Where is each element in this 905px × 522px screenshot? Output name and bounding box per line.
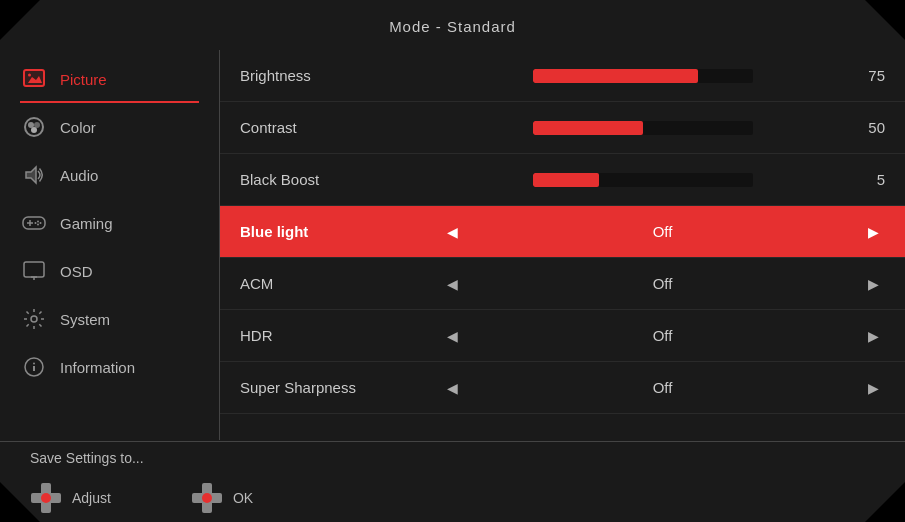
footer-controls: Adjust OK: [0, 474, 905, 522]
hdr-arrow-right[interactable]: ▶: [861, 324, 885, 348]
sidebar-label-color: Color: [60, 119, 96, 136]
adjust-control: Adjust: [30, 482, 111, 514]
black-boost-slider-fill: [533, 173, 599, 187]
brightness-row: Brightness 75: [220, 50, 905, 102]
hdr-label: HDR: [240, 327, 440, 344]
black-boost-label: Black Boost: [240, 171, 440, 188]
sidebar-item-color[interactable]: Color: [0, 103, 219, 151]
acm-arrow-left[interactable]: ◀: [440, 272, 464, 296]
svg-point-5: [28, 122, 34, 128]
svg-point-13: [40, 222, 42, 224]
black-boost-slider-track[interactable]: [533, 173, 753, 187]
sidebar-label-system: System: [60, 311, 110, 328]
super-sharpness-arrow-control: ◀ Off ▶: [440, 376, 885, 400]
blue-light-arrow-right[interactable]: ▶: [861, 220, 885, 244]
sidebar-item-information[interactable]: Information: [0, 343, 219, 391]
save-settings-button[interactable]: Save Settings to...: [0, 442, 905, 474]
contrast-slider-track[interactable]: [533, 121, 753, 135]
svg-marker-8: [26, 167, 36, 183]
sidebar-label-picture: Picture: [60, 71, 107, 88]
sidebar-label-osd: OSD: [60, 263, 93, 280]
gaming-icon: [20, 209, 48, 237]
hdr-row: HDR ◀ Off ▶: [220, 310, 905, 362]
sidebar-item-system[interactable]: System: [0, 295, 219, 343]
acm-value: Off: [623, 275, 703, 292]
header-title: Mode - Standard: [0, 0, 905, 45]
super-sharpness-control[interactable]: ◀ Off ▶: [440, 376, 885, 400]
super-sharpness-label: Super Sharpness: [240, 379, 440, 396]
sidebar-item-picture[interactable]: Picture: [0, 55, 219, 103]
audio-icon: [20, 161, 48, 189]
brightness-slider-track[interactable]: [533, 69, 753, 83]
sidebar: Picture Color A: [0, 50, 220, 440]
hdr-value: Off: [623, 327, 703, 344]
ok-control: OK: [191, 482, 253, 514]
super-sharpness-arrow-right[interactable]: ▶: [861, 376, 885, 400]
blue-light-label: Blue light: [240, 223, 440, 240]
brightness-slider-fill: [533, 69, 698, 83]
contrast-slider-fill: [533, 121, 643, 135]
blue-light-control[interactable]: ◀ Off ▶: [440, 220, 885, 244]
blue-light-row[interactable]: Blue light ◀ Off ▶: [220, 206, 905, 258]
sidebar-item-gaming[interactable]: Gaming: [0, 199, 219, 247]
svg-point-12: [37, 221, 39, 223]
ok-label: OK: [233, 490, 253, 506]
acm-arrow-right[interactable]: ▶: [861, 272, 885, 296]
system-icon: [20, 305, 48, 333]
corner-decoration-tr: [865, 0, 905, 40]
adjust-dpad-icon: [30, 482, 62, 514]
black-boost-value: 5: [845, 171, 885, 188]
acm-arrow-control: ◀ Off ▶: [440, 272, 885, 296]
blue-light-arrow-left[interactable]: ◀: [440, 220, 464, 244]
contrast-value: 50: [845, 119, 885, 136]
black-boost-row: Black Boost 5: [220, 154, 905, 206]
adjust-label: Adjust: [72, 490, 111, 506]
hdr-control[interactable]: ◀ Off ▶: [440, 324, 885, 348]
information-icon: [20, 353, 48, 381]
main-layout: Picture Color A: [0, 50, 905, 440]
blue-light-value: Off: [623, 223, 703, 240]
svg-point-15: [35, 222, 37, 224]
sidebar-label-audio: Audio: [60, 167, 98, 184]
blue-light-arrow-control: ◀ Off ▶: [440, 220, 885, 244]
svg-rect-9: [23, 217, 45, 229]
color-icon: [20, 113, 48, 141]
super-sharpness-row: Super Sharpness ◀ Off ▶: [220, 362, 905, 414]
svg-point-6: [34, 122, 40, 128]
content-area: Brightness 75 Contrast 50 Black Boost: [220, 50, 905, 440]
sidebar-item-osd[interactable]: OSD: [0, 247, 219, 295]
sidebar-item-audio[interactable]: Audio: [0, 151, 219, 199]
contrast-control[interactable]: [440, 121, 845, 135]
contrast-row: Contrast 50: [220, 102, 905, 154]
brightness-control[interactable]: [440, 69, 845, 83]
svg-point-14: [37, 224, 39, 226]
brightness-label: Brightness: [240, 67, 440, 84]
hdr-arrow-left[interactable]: ◀: [440, 324, 464, 348]
acm-control[interactable]: ◀ Off ▶: [440, 272, 885, 296]
svg-point-7: [31, 127, 37, 133]
contrast-label: Contrast: [240, 119, 440, 136]
svg-point-19: [31, 316, 37, 322]
super-sharpness-arrow-left[interactable]: ◀: [440, 376, 464, 400]
sidebar-label-information: Information: [60, 359, 135, 376]
ok-dpad-icon: [191, 482, 223, 514]
picture-icon: [20, 65, 48, 93]
svg-point-22: [33, 363, 35, 365]
acm-label: ACM: [240, 275, 440, 292]
svg-rect-1: [24, 70, 44, 86]
osd-icon: [20, 257, 48, 285]
hdr-arrow-control: ◀ Off ▶: [440, 324, 885, 348]
brightness-value: 75: [845, 67, 885, 84]
acm-row: ACM ◀ Off ▶: [220, 258, 905, 310]
sidebar-label-gaming: Gaming: [60, 215, 113, 232]
super-sharpness-value: Off: [623, 379, 703, 396]
black-boost-control[interactable]: [440, 173, 845, 187]
corner-decoration-tl: [0, 0, 40, 40]
svg-rect-16: [24, 262, 44, 277]
svg-point-3: [28, 74, 31, 77]
footer: Save Settings to... Adjust OK: [0, 441, 905, 522]
